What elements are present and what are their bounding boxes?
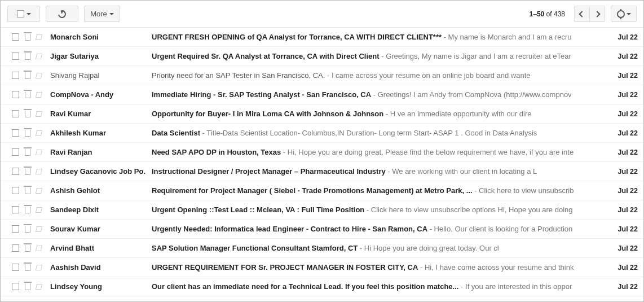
row-checkbox[interactable]	[12, 110, 19, 117]
label-icon[interactable]	[36, 92, 42, 98]
email-row[interactable]: Shivang RajpalPriority need for an SAP T…	[1, 66, 643, 85]
label-icon[interactable]	[36, 284, 42, 290]
subject-snippet: URGENT FRESH OPENING of QA Analyst for T…	[152, 33, 602, 41]
label-icon[interactable]	[36, 34, 42, 40]
label-icon[interactable]	[36, 246, 42, 251]
subject: Urgent Required Sr. QA Analyst at Torran…	[152, 52, 380, 60]
row-checkbox[interactable]	[12, 168, 19, 175]
email-row[interactable]: Monarch SoniURGENT FRESH OPENING of QA A…	[1, 28, 643, 47]
subject-snippet: Our client has an immediate need for a T…	[152, 282, 602, 291]
row-checkbox[interactable]	[12, 33, 19, 41]
subject: Urgent Opening ::Test Lead :: Mclean, VA…	[152, 205, 364, 214]
subject: Need SAP APO DP in Houston, Texas	[152, 148, 281, 156]
subject-snippet: Urgent Required Sr. QA Analyst at Torran…	[152, 52, 602, 60]
prev-page-button[interactable]	[574, 6, 590, 22]
email-row[interactable]: Aashish DavidURGENT REQUIREMENT FOR Sr. …	[1, 258, 643, 277]
row-checkbox[interactable]	[12, 225, 19, 233]
email-date: Jul 22	[602, 244, 638, 252]
email-row[interactable]: Ravi KumarOpportunity for Buyer- I in Mi…	[1, 104, 643, 124]
trash-icon[interactable]	[25, 149, 30, 156]
trash-icon[interactable]	[25, 226, 30, 233]
snippet: Title-Data Scientist Location- Columbus,…	[206, 129, 537, 137]
email-row[interactable]: Arvind BhattSAP Solution Manager Functio…	[1, 239, 643, 258]
sender-name: Aashish David	[50, 263, 152, 272]
label-icon[interactable]	[36, 130, 42, 136]
row-checkbox[interactable]	[12, 264, 19, 271]
row-checkbox[interactable]	[12, 52, 19, 60]
range-end: 50	[537, 10, 544, 18]
separator: -	[281, 148, 288, 156]
trash-icon[interactable]	[25, 187, 30, 194]
email-row[interactable]: Akhilesh KumarData Scientist - Title-Dat…	[1, 124, 643, 143]
settings-button[interactable]	[611, 6, 637, 22]
row-checkbox[interactable]	[12, 187, 19, 194]
separator: -	[200, 129, 206, 137]
trash-icon[interactable]	[25, 111, 30, 117]
label-icon[interactable]	[36, 169, 42, 174]
trash-icon[interactable]	[25, 53, 30, 60]
row-checkbox[interactable]	[12, 244, 19, 252]
row-checkbox[interactable]	[12, 148, 19, 156]
email-date: Jul 22	[602, 72, 638, 80]
of-label: of	[544, 10, 554, 18]
trash-icon[interactable]	[25, 91, 30, 98]
subject-snippet: Urgently Needed: Informatica lead Engine…	[152, 225, 602, 233]
email-row[interactable]: Lindsey YoungOur client has an immediate…	[1, 277, 643, 296]
sender-name: Arvind Bhatt	[50, 244, 152, 252]
subject: Opportunity for Buyer- I in Mira Loma CA…	[152, 110, 383, 118]
email-date: Jul 22	[602, 52, 638, 60]
trash-icon[interactable]	[25, 34, 30, 41]
label-icon[interactable]	[36, 150, 42, 155]
sender-name: Monarch Soni	[50, 33, 152, 41]
trash-icon[interactable]	[25, 245, 30, 252]
email-date: Jul 22	[602, 148, 638, 156]
separator: -	[371, 90, 378, 99]
label-icon[interactable]	[36, 73, 42, 78]
email-row[interactable]: Lindsey Gacanovic Job Po.Instructional D…	[1, 162, 643, 181]
chevron-right-icon	[594, 11, 600, 17]
trash-icon[interactable]	[25, 168, 30, 175]
label-icon[interactable]	[36, 226, 42, 232]
row-checkbox[interactable]	[12, 72, 19, 79]
separator: -	[383, 110, 390, 118]
subject: Data Scientist	[152, 129, 200, 137]
email-row[interactable]: CompNova - AndyImmediate Hiring - Sr. SA…	[1, 85, 643, 104]
trash-icon[interactable]	[25, 130, 30, 137]
row-actions	[12, 283, 50, 290]
row-checkbox[interactable]	[12, 283, 19, 290]
refresh-button[interactable]	[46, 6, 78, 22]
trash-icon[interactable]	[25, 283, 30, 290]
row-checkbox[interactable]	[12, 129, 19, 137]
more-label: More	[90, 10, 107, 18]
trash-icon[interactable]	[25, 207, 30, 213]
trash-icon[interactable]	[25, 264, 30, 271]
label-icon[interactable]	[36, 111, 42, 117]
next-page-button[interactable]	[589, 6, 605, 22]
row-checkbox[interactable]	[12, 206, 19, 213]
gear-icon	[617, 10, 625, 18]
sender-name: Jigar Sutariya	[50, 52, 152, 60]
chevron-down-icon	[27, 13, 31, 15]
subject-snippet: Requirement for Project Manager ( Siebel…	[152, 186, 602, 195]
label-icon[interactable]	[36, 265, 42, 270]
subject: Instructional Designer / Project Manager…	[152, 167, 386, 176]
subject-snippet: URGENT REQUIREMENT FOR Sr. PROJECT MANAG…	[152, 263, 602, 272]
label-icon[interactable]	[36, 54, 42, 59]
label-icon[interactable]	[36, 207, 42, 213]
subject: Immediate Hiring - Sr. SAP Testing Analy…	[152, 90, 371, 99]
row-actions	[12, 91, 50, 98]
row-actions	[12, 129, 50, 137]
email-row[interactable]: Jigar SutariyaUrgent Required Sr. QA Ana…	[1, 47, 643, 66]
email-row[interactable]: Ashish GehlotRequirement for Project Man…	[1, 181, 643, 200]
row-checkbox[interactable]	[12, 91, 19, 98]
email-date: Jul 22	[602, 168, 638, 176]
email-row[interactable]: Sandeep DixitUrgent Opening ::Test Lead …	[1, 200, 643, 220]
trash-icon[interactable]	[25, 72, 30, 79]
select-all-button[interactable]	[7, 6, 40, 22]
label-icon[interactable]	[36, 188, 42, 194]
email-row[interactable]: Sourav KumarUrgently Needed: Informatica…	[1, 220, 643, 239]
more-button[interactable]: More	[84, 6, 120, 22]
email-row[interactable]: Ravi RanjanNeed SAP APO DP in Houston, T…	[1, 143, 643, 162]
sender-name: Akhilesh Kumar	[50, 129, 152, 137]
subject: Requirement for Project Manager ( Siebel…	[152, 186, 473, 195]
